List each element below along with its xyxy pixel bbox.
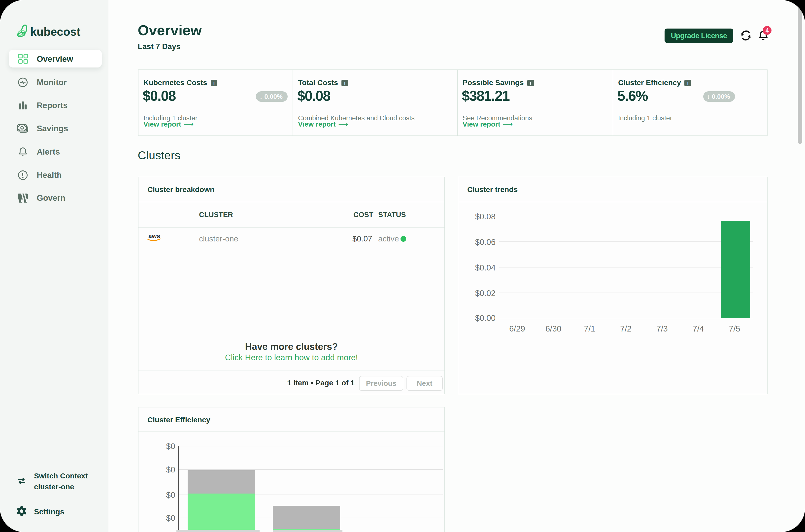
svg-text:aws: aws [148,233,160,240]
